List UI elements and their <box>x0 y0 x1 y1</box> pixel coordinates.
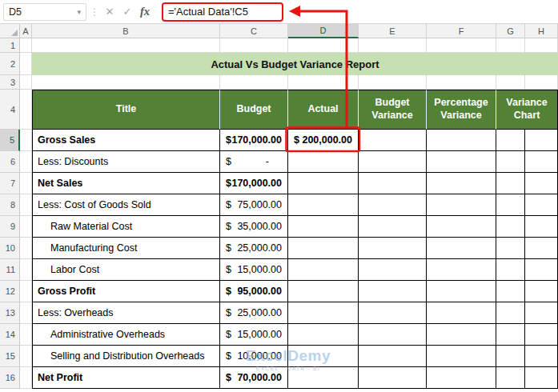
cell-F12[interactable] <box>427 281 496 302</box>
report-title-cell[interactable]: Actual Vs Budget Variance Report <box>32 53 558 75</box>
cell-F1[interactable] <box>427 38 496 53</box>
column-header-D[interactable]: D <box>288 24 359 38</box>
cell-B11[interactable]: Labor Cost <box>32 259 220 281</box>
cell-C13[interactable]: $25,000.00 <box>220 302 288 324</box>
header-variance-chart[interactable]: Variance Chart <box>496 90 558 130</box>
cell-E14[interactable] <box>359 324 427 346</box>
column-header-C[interactable]: C <box>220 24 288 38</box>
cell-D9[interactable] <box>288 216 359 238</box>
cell-H6[interactable] <box>525 151 558 173</box>
cell-A11[interactable] <box>20 259 32 281</box>
formula-input[interactable]: ='Actual Data'!C5 <box>162 2 283 22</box>
cell-A16[interactable] <box>20 367 32 389</box>
cell-D11[interactable] <box>288 259 359 281</box>
cell-H1[interactable] <box>525 38 558 53</box>
cell-A5[interactable] <box>20 130 32 151</box>
cell-E7[interactable] <box>359 173 427 194</box>
row-header-1[interactable]: 1 <box>0 38 20 53</box>
cell-D1[interactable] <box>288 38 359 53</box>
cell-F7[interactable] <box>427 173 496 194</box>
cell-C1[interactable] <box>220 38 288 53</box>
cell-E1[interactable] <box>359 38 427 53</box>
row-header-9[interactable]: 9 <box>0 216 20 238</box>
cell-C12[interactable]: $95,000.00 <box>220 281 288 302</box>
cell-H12[interactable] <box>525 281 558 302</box>
cell-A7[interactable] <box>20 173 32 194</box>
cell-H5[interactable] <box>525 130 558 151</box>
cell-H7[interactable] <box>525 173 558 194</box>
header-percentage-variance[interactable]: Percentage Variance <box>427 90 496 130</box>
cell-D3[interactable] <box>288 75 359 90</box>
cell-F5[interactable] <box>427 130 496 151</box>
row-header-15[interactable]: 15 <box>0 346 20 367</box>
cell-C5[interactable]: $170,000.00 <box>220 130 288 151</box>
enter-icon[interactable]: ✓ <box>118 6 136 18</box>
cell-G10[interactable] <box>496 238 525 259</box>
name-box[interactable]: D5 ▾ <box>3 3 86 21</box>
cell-E16[interactable] <box>359 367 427 389</box>
cell-G15[interactable] <box>496 346 525 367</box>
cell-E8[interactable] <box>359 194 427 216</box>
cell-G16[interactable] <box>496 367 525 389</box>
insert-function-icon[interactable]: fx <box>136 5 154 18</box>
cell-C10[interactable]: $25,000.00 <box>220 238 288 259</box>
select-all-button[interactable] <box>0 24 20 38</box>
cell-G8[interactable] <box>496 194 525 216</box>
row-header-5[interactable]: 5 <box>0 130 20 151</box>
cell-B8[interactable]: Less: Cost of Goods Sold <box>32 194 220 216</box>
cell-D15[interactable] <box>288 346 359 367</box>
cell-A3[interactable] <box>20 75 32 90</box>
cell-G9[interactable] <box>496 216 525 238</box>
column-header-H[interactable]: H <box>525 24 558 38</box>
column-header-E[interactable]: E <box>359 24 427 38</box>
cell-E15[interactable] <box>359 346 427 367</box>
cell-G3[interactable] <box>496 75 525 90</box>
cell-D12[interactable] <box>288 281 359 302</box>
cell-F15[interactable] <box>427 346 496 367</box>
cell-G1[interactable] <box>496 38 525 53</box>
column-header-G[interactable]: G <box>496 24 525 38</box>
cell-D5[interactable]: $200,000.00 <box>288 130 359 151</box>
row-header-8[interactable]: 8 <box>0 194 20 216</box>
row-header-11[interactable]: 11 <box>0 259 20 281</box>
cell-A9[interactable] <box>20 216 32 238</box>
cell-H14[interactable] <box>525 324 558 346</box>
cell-A12[interactable] <box>20 281 32 302</box>
row-header-3[interactable]: 3 <box>0 75 20 90</box>
cell-A6[interactable] <box>20 151 32 173</box>
cell-F14[interactable] <box>427 324 496 346</box>
header-budget[interactable]: Budget <box>220 90 288 130</box>
cell-F6[interactable] <box>427 151 496 173</box>
cell-F11[interactable] <box>427 259 496 281</box>
cell-F8[interactable] <box>427 194 496 216</box>
cell-D6[interactable] <box>288 151 359 173</box>
cell-E5[interactable] <box>359 130 427 151</box>
row-header-4[interactable]: 4 <box>0 90 20 130</box>
cell-F13[interactable] <box>427 302 496 324</box>
cell-B3[interactable] <box>32 75 220 90</box>
cell-F16[interactable] <box>427 367 496 389</box>
cell-A15[interactable] <box>20 346 32 367</box>
cell-H9[interactable] <box>525 216 558 238</box>
row-header-14[interactable]: 14 <box>0 324 20 346</box>
cell-H15[interactable] <box>525 346 558 367</box>
cell-H13[interactable] <box>525 302 558 324</box>
cell-G7[interactable] <box>496 173 525 194</box>
cell-A1[interactable] <box>20 38 32 53</box>
cell-H3[interactable] <box>525 75 558 90</box>
header-budget-variance[interactable]: Budget Variance <box>359 90 427 130</box>
cell-C6[interactable]: $- <box>220 151 288 173</box>
cell-A10[interactable] <box>20 238 32 259</box>
cell-E9[interactable] <box>359 216 427 238</box>
cell-A13[interactable] <box>20 302 32 324</box>
cell-F3[interactable] <box>427 75 496 90</box>
cell-B14[interactable]: Administrative Overheads <box>32 324 220 346</box>
cell-D14[interactable] <box>288 324 359 346</box>
cell-G6[interactable] <box>496 151 525 173</box>
cell-G14[interactable] <box>496 324 525 346</box>
cell-D10[interactable] <box>288 238 359 259</box>
cell-B5[interactable]: Gross Sales <box>32 130 220 151</box>
row-header-16[interactable]: 16 <box>0 367 20 389</box>
cell-D7[interactable] <box>288 173 359 194</box>
cell-B12[interactable]: Gross Profit <box>32 281 220 302</box>
